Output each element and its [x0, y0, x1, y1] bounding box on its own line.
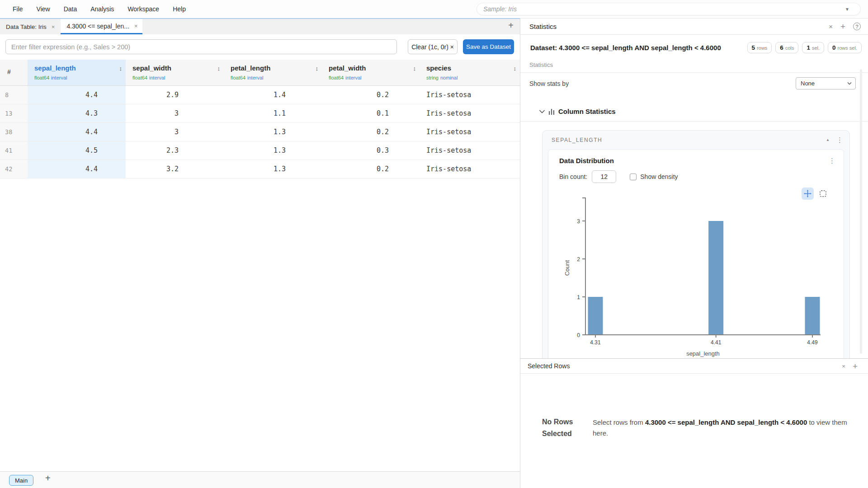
menu-item-data[interactable]: Data — [64, 5, 77, 13]
bin-count-label: Bin count: — [559, 173, 587, 180]
row-number-cell: 42 — [0, 160, 28, 178]
sort-icon[interactable]: ↕ — [119, 65, 123, 72]
column-header-species[interactable]: species↕stringnominal — [420, 60, 520, 85]
no-rows-selected-label: No Rows Selected — [542, 416, 587, 440]
badge-rows-sel: 0rows sel. — [828, 42, 862, 53]
tab-bar: Data Table: Iris×4.3000 <= sepal_len...×… — [0, 19, 520, 34]
svg-text:Count: Count — [564, 260, 571, 276]
menu-item-workspace[interactable]: Workspace — [127, 5, 159, 13]
column-type: stringnominal — [420, 75, 520, 80]
close-panel-icon[interactable]: × — [829, 23, 833, 30]
cell: Iris-setosa — [420, 141, 520, 160]
tab-4-3000-sepal-len[interactable]: 4.3000 <= sepal_len...× — [61, 19, 142, 34]
menu-item-file[interactable]: File — [13, 5, 23, 13]
cell: 1.4 — [224, 86, 322, 104]
chart-menu-icon[interactable]: ⋮ — [829, 157, 835, 164]
column-statistics-title: Column Statistics — [558, 108, 616, 115]
histogram-chart: 01234.314.414.49Countsepal_length — [549, 195, 834, 358]
data-table: #sepal_length↕float64intervalsepal_width… — [0, 60, 520, 178]
sort-icon[interactable]: ↕ — [316, 65, 319, 72]
add-panel-icon[interactable]: + — [840, 22, 845, 31]
data-distribution-card: Data Distribution ⋮ Bin count: Show dens… — [548, 149, 844, 358]
add-panel-icon[interactable]: + — [853, 362, 858, 371]
sort-icon[interactable]: ↕ — [514, 65, 517, 72]
column-dtype: string — [426, 75, 439, 80]
sample-selector[interactable]: Sample: Iris ▼ — [476, 3, 861, 15]
stat-card-title: SEPAL_LENGTH — [552, 137, 602, 143]
cell: 0.2 — [322, 160, 420, 178]
table-row[interactable]: 134.331.10.1Iris-setosa — [0, 104, 520, 123]
column-header-sepal_length[interactable]: sepal_length↕float64interval — [28, 60, 126, 85]
column-vartype: interval — [51, 75, 67, 80]
show-stats-by-select[interactable]: None — [796, 77, 856, 89]
workspace-tab-main[interactable]: Main — [9, 475, 33, 486]
svg-text:4.49: 4.49 — [807, 339, 818, 346]
column-vartype: interval — [345, 75, 361, 80]
save-as-dataset-button[interactable]: Save as Dataset — [463, 39, 514, 54]
bin-count-input[interactable] — [592, 170, 616, 183]
show-stats-by-value: None — [801, 80, 815, 87]
cell: 4.4 — [28, 86, 126, 104]
tab-data-table-iris[interactable]: Data Table: Iris× — [0, 19, 59, 34]
filter-input[interactable] — [5, 39, 397, 54]
table-row[interactable]: 84.42.91.40.2Iris-setosa — [0, 86, 520, 104]
help-icon[interactable]: ? — [853, 23, 861, 30]
cell: 3 — [126, 123, 224, 141]
sort-icon[interactable]: ↕ — [217, 65, 221, 72]
card-menu-icon[interactable]: ⋮ — [836, 136, 843, 143]
data-distribution-title: Data Distribution — [559, 157, 614, 164]
svg-text:2: 2 — [577, 256, 580, 263]
table-row[interactable]: 384.431.30.2Iris-setosa — [0, 123, 520, 141]
column-vartype: interval — [149, 75, 165, 80]
column-header-petal_width[interactable]: petal_width↕float64interval — [322, 60, 420, 85]
dropdown-caret-icon: ▼ — [845, 7, 849, 12]
stats-scrollbar[interactable] — [860, 69, 862, 354]
show-density-label: Show density — [640, 173, 678, 180]
row-number-cell: 13 — [0, 104, 28, 122]
cell: 0.1 — [322, 104, 420, 122]
sort-icon[interactable]: ↕ — [413, 65, 416, 72]
add-workspace-button[interactable]: + — [45, 473, 51, 483]
svg-text:4.31: 4.31 — [590, 339, 601, 346]
column-dtype: float64 — [231, 75, 245, 80]
selected-rows-title: Selected Rows — [528, 362, 570, 370]
cell: 1.3 — [224, 141, 322, 160]
selected-rows-hint: Select rows from 4.3000 <= sepal_length … — [593, 417, 853, 439]
tab-close-icon[interactable]: × — [52, 23, 55, 30]
svg-text:3: 3 — [577, 218, 580, 225]
column-name: petal_length — [224, 64, 322, 72]
menu-item-help[interactable]: Help — [173, 5, 186, 13]
table-row[interactable]: 414.52.31.30.3Iris-setosa — [0, 141, 520, 160]
show-density-checkbox[interactable] — [630, 174, 637, 180]
cell: 0.2 — [322, 86, 420, 104]
menu-item-view[interactable]: View — [37, 5, 50, 13]
add-tab-button[interactable]: + — [508, 20, 514, 31]
column-header-sepal_width[interactable]: sepal_width↕float64interval — [126, 60, 224, 85]
cell: Iris-setosa — [420, 160, 520, 178]
badge-sel: 1sel. — [802, 42, 824, 53]
cell: 1.3 — [224, 123, 322, 141]
cell: 4.4 — [28, 160, 126, 178]
column-type: float64interval — [322, 75, 420, 80]
show-stats-by-label: Show stats by — [529, 80, 569, 87]
statistics-panel-title: Statistics — [529, 23, 557, 30]
column-statistics-header[interactable]: Column Statistics — [520, 108, 868, 122]
row-number-cell: 8 — [0, 86, 28, 104]
table-row[interactable]: 424.43.21.30.2Iris-setosa — [0, 160, 520, 178]
column-header-petal_length[interactable]: petal_length↕float64interval — [224, 60, 322, 85]
bar-chart-icon — [549, 108, 554, 115]
menu-item-analysis[interactable]: Analysis — [90, 5, 114, 13]
tab-close-icon[interactable]: × — [134, 23, 138, 29]
workspace-tab-bar: Main + — [0, 471, 520, 488]
column-type: float64interval — [224, 75, 322, 80]
cell: 4.5 — [28, 141, 126, 160]
table-header-row: #sepal_length↕float64intervalsepal_width… — [0, 60, 520, 86]
svg-text:4.41: 4.41 — [711, 339, 722, 346]
close-panel-icon[interactable]: × — [842, 363, 845, 370]
column-name: sepal_width — [126, 64, 224, 72]
row-number-cell: 38 — [0, 123, 28, 141]
collapse-card-icon[interactable]: ▲ — [826, 138, 830, 142]
clear-filter-button[interactable]: Clear (1c, 0r) × — [408, 39, 458, 54]
tab-label: 4.3000 <= sepal_len... — [66, 23, 129, 30]
cell: 2.9 — [126, 86, 224, 104]
